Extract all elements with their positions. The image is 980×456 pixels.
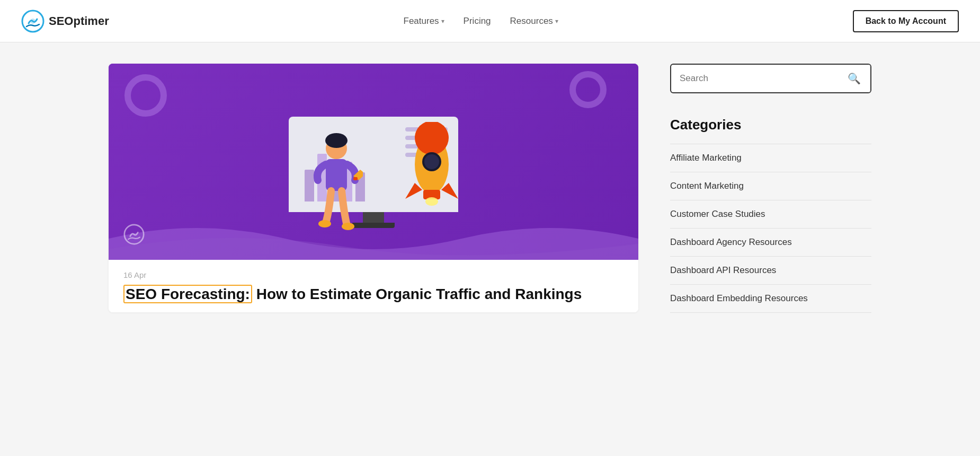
logo-text: SEOptimer bbox=[49, 14, 109, 28]
svg-point-7 bbox=[425, 197, 438, 206]
category-item[interactable]: Content Marketing bbox=[670, 172, 871, 200]
logo-icon bbox=[21, 10, 44, 33]
decorative-circle-tr bbox=[569, 71, 607, 108]
search-box: 🔍 bbox=[670, 64, 871, 93]
featured-article-card[interactable]: 16 Apr SEO Forecasting: How to Estimate … bbox=[109, 64, 638, 312]
article-meta: 16 Apr SEO Forecasting: How to Estimate … bbox=[109, 260, 638, 312]
svg-rect-11 bbox=[353, 177, 358, 180]
person-illustration bbox=[310, 133, 363, 239]
category-item[interactable]: Dashboard Agency Resources bbox=[670, 229, 871, 257]
nav-features[interactable]: Features ▾ bbox=[404, 16, 444, 27]
category-item[interactable]: Customer Case Studies bbox=[670, 200, 871, 229]
main-content: 16 Apr SEO Forecasting: How to Estimate … bbox=[109, 64, 638, 313]
sidebar: 🔍 Categories Affiliate Marketing Content… bbox=[670, 64, 871, 313]
categories-section: Categories Affiliate Marketing Content M… bbox=[670, 117, 871, 313]
featured-image bbox=[109, 64, 638, 260]
chevron-down-icon: ▾ bbox=[555, 17, 558, 25]
svg-point-9 bbox=[325, 133, 348, 148]
nav-resources[interactable]: Resources ▾ bbox=[510, 16, 558, 27]
article-date: 16 Apr bbox=[123, 270, 623, 279]
category-list: Affiliate Marketing Content Marketing Cu… bbox=[670, 144, 871, 313]
svg-point-5 bbox=[424, 154, 439, 169]
svg-point-12 bbox=[318, 220, 331, 227]
category-item[interactable]: Dashboard Embedding Resources bbox=[670, 285, 871, 313]
search-icon: 🔍 bbox=[848, 73, 861, 84]
nav-pricing[interactable]: Pricing bbox=[464, 16, 491, 27]
navbar: SEOptimer Features ▾ Pricing Resources ▾… bbox=[0, 0, 980, 42]
rocket-illustration bbox=[400, 122, 464, 207]
decorative-circle-tl bbox=[124, 74, 167, 117]
article-title-highlight: SEO Forecasting: bbox=[123, 285, 252, 303]
svg-point-3 bbox=[415, 122, 449, 155]
nav-links: Features ▾ Pricing Resources ▾ bbox=[404, 16, 558, 27]
svg-point-13 bbox=[342, 223, 354, 230]
chevron-down-icon: ▾ bbox=[441, 17, 444, 25]
category-item[interactable]: Affiliate Marketing bbox=[670, 144, 871, 172]
categories-title: Categories bbox=[670, 117, 871, 133]
article-title: SEO Forecasting: How to Estimate Organic… bbox=[123, 285, 623, 304]
search-input[interactable] bbox=[671, 66, 838, 91]
back-to-account-button[interactable]: Back to My Account bbox=[853, 10, 959, 32]
search-button[interactable]: 🔍 bbox=[838, 65, 870, 92]
category-item[interactable]: Dashboard API Resources bbox=[670, 257, 871, 285]
page-wrapper: 16 Apr SEO Forecasting: How to Estimate … bbox=[82, 42, 898, 334]
logo-link[interactable]: SEOptimer bbox=[21, 10, 109, 33]
svg-point-1 bbox=[30, 19, 35, 24]
logo-watermark bbox=[123, 224, 145, 247]
